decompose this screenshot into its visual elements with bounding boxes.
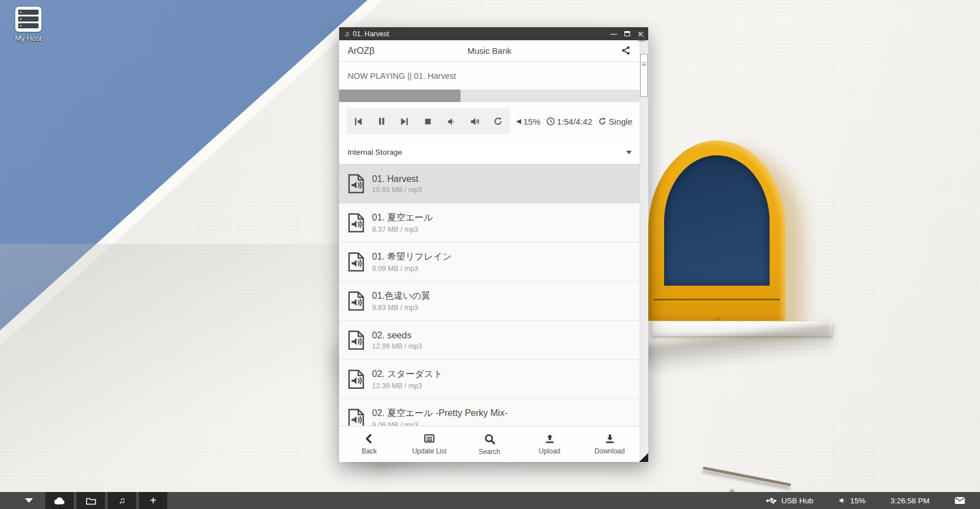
system-tray: USB Hub 15% 3:26:58 PM [749, 497, 965, 505]
volume-triangle-icon [516, 118, 522, 125]
track-row[interactable]: 01. 希望リフレイン 9.09 MB / mp3 [339, 243, 640, 282]
taskbar-volume-label: 15% [850, 497, 865, 505]
upload-label: Upload [539, 447, 560, 455]
folder-icon [86, 497, 96, 505]
stop-button[interactable] [419, 112, 438, 131]
pause-button[interactable] [372, 112, 391, 131]
usb-hub-label: USB Hub [782, 497, 813, 505]
back-chevron-icon [364, 433, 375, 444]
audio-file-icon [348, 173, 365, 194]
track-list: 01. Harvest 10.93 MB / mp3 01. 夏空エール 9.3… [339, 164, 640, 462]
time-readout: 1:54/4:42 [546, 117, 593, 126]
footer-toolbar: Back Update List Search Upload [339, 426, 640, 462]
storage-select[interactable]: Internal Storage [339, 141, 640, 164]
desktop: My Host ♫ 01. Harvest — ✕ ArOZβ Music Ba… [0, 0, 980, 509]
usb-hub-indicator[interactable]: USB Hub [766, 497, 813, 505]
arch-window-glass [664, 155, 770, 286]
previous-track-button[interactable] [349, 112, 368, 131]
server-icon [15, 7, 41, 32]
mouse-cursor: ☝ [637, 29, 645, 44]
speaker-icon [838, 497, 846, 504]
minimize-button[interactable]: — [610, 31, 617, 37]
now-playing-text: NOW PLAYING || 01. Harvest [339, 62, 640, 90]
track-row[interactable]: 02. seeds 12.99 MB / mp3 [339, 321, 640, 360]
track-meta: 9.37 MB / mp3 [372, 226, 433, 234]
transport-buttons [347, 108, 510, 134]
update-list-label: Update List [412, 447, 447, 455]
audio-file-icon [348, 252, 365, 272]
track-row[interactable]: 01. 夏空エール 9.37 MB / mp3 [339, 203, 640, 243]
taskbar-tile-files[interactable] [77, 492, 105, 509]
page-title: Music Bank [339, 46, 640, 56]
search-label: Search [479, 448, 500, 456]
app-header: ArOZβ Music Bank [339, 40, 640, 62]
window-title: 01. Harvest [353, 30, 389, 38]
volume-indicator[interactable]: 15% [838, 497, 865, 505]
track-meta: 10.93 MB / mp3 [372, 186, 422, 194]
track-title: 02. seeds [372, 330, 422, 341]
clock[interactable]: 3:26:58 PM [890, 497, 930, 505]
search-icon [484, 433, 496, 445]
window-scrollbar[interactable] [640, 40, 648, 462]
clock-label: 3:26:58 PM [890, 497, 930, 505]
reload-button[interactable] [488, 112, 508, 131]
download-icon [604, 433, 616, 444]
audio-file-icon [348, 369, 365, 389]
taskbar-expand-caret[interactable] [25, 498, 33, 503]
track-title: 02. スターダスト [372, 368, 443, 380]
usb-icon [766, 497, 778, 504]
list-icon [423, 433, 436, 444]
volume-down-icon[interactable] [442, 112, 461, 131]
time-value: 1:54/4:42 [557, 117, 593, 126]
track-title: 01. 希望リフレイン [372, 251, 452, 263]
taskbar: ♫ + USB Hub 15% 3:26:58 PM [0, 492, 980, 509]
back-button[interactable]: Back [344, 433, 395, 455]
download-button[interactable]: Download [584, 433, 635, 455]
plus-icon: + [150, 495, 157, 506]
window-titlebar[interactable]: ♫ 01. Harvest — ✕ [339, 27, 648, 40]
track-row[interactable]: 02. スターダスト 12.39 MB / mp3 [339, 360, 640, 399]
desktop-icon-label: My Host [8, 34, 49, 43]
desktop-icon-my-host[interactable]: My Host [8, 7, 49, 43]
back-label: Back [362, 447, 377, 455]
server-slat [18, 16, 39, 22]
track-row[interactable]: 01.色違いの翼 9.63 MB / mp3 [339, 282, 640, 321]
chevron-down-icon [626, 151, 632, 154]
download-label: Download [594, 447, 624, 455]
track-title: 01.色違いの翼 [372, 290, 430, 302]
music-note-icon: ♫ [344, 30, 349, 38]
server-slat [18, 10, 39, 15]
track-row[interactable]: 01. Harvest 10.93 MB / mp3 [339, 164, 640, 203]
audio-file-icon [348, 213, 365, 233]
storage-select-value: Internal Storage [348, 148, 402, 156]
track-title: 02. 夏空エール -Pretty Perky Mix- [372, 408, 508, 419]
track-meta: 9.09 MB / mp3 [372, 265, 452, 273]
seek-bar[interactable] [339, 90, 640, 102]
volume-up-icon[interactable] [465, 112, 484, 131]
scrollbar-thumb[interactable] [640, 54, 648, 97]
taskbar-tile-music[interactable]: ♫ [108, 492, 136, 509]
wall-spot [716, 317, 719, 320]
search-button[interactable]: Search [464, 433, 515, 456]
arch-window-photo [648, 141, 785, 321]
taskbar-tile-add[interactable]: + [139, 492, 167, 509]
seek-bar-fill [339, 90, 461, 102]
player-controls: 15% 1:54/4:42 Single [339, 102, 640, 141]
repeat-icon [598, 117, 607, 126]
upload-button[interactable]: Upload [524, 433, 575, 455]
envelope-icon [954, 497, 965, 504]
cloud-icon [53, 496, 66, 505]
play-mode-toggle[interactable]: Single [598, 117, 632, 126]
clock-icon [546, 117, 555, 126]
window-resize-handle[interactable] [639, 453, 648, 462]
volume-readout: 15% [516, 117, 540, 126]
track-meta: 9.63 MB / mp3 [372, 304, 430, 312]
taskbar-tile-cloud[interactable] [45, 492, 74, 509]
messages-indicator[interactable] [954, 497, 965, 504]
next-track-button[interactable] [395, 112, 415, 131]
share-icon[interactable] [621, 45, 631, 57]
update-list-button[interactable]: Update List [404, 433, 455, 455]
music-note-icon: ♫ [119, 496, 125, 505]
maximize-button[interactable] [624, 31, 630, 36]
track-title: 01. 夏空エール [372, 212, 433, 224]
